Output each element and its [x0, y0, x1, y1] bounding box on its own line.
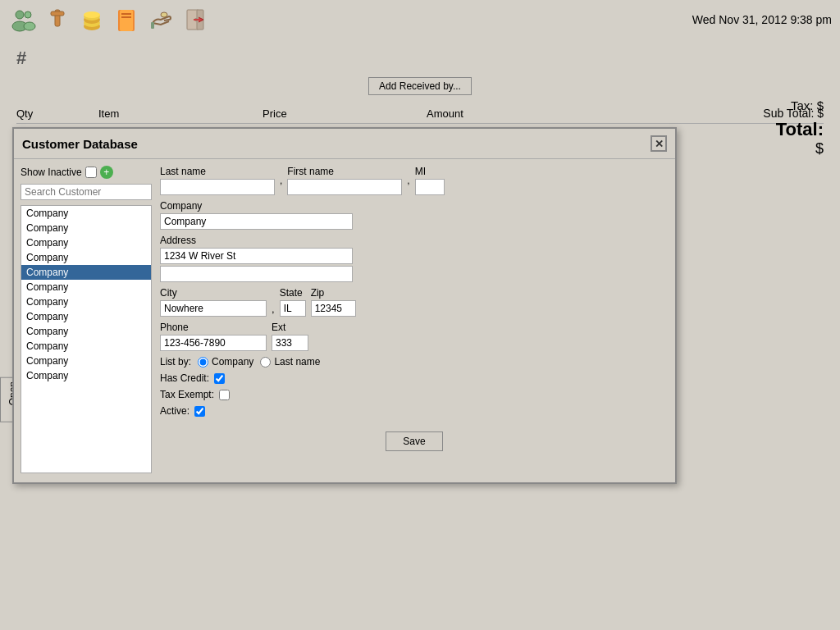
customer-list-item[interactable]: Company	[21, 265, 151, 280]
zip-label: Zip	[311, 287, 356, 299]
modal-title-bar: Customer Database ✕	[14, 129, 675, 159]
active-row: Active:	[160, 405, 669, 417]
svg-rect-13	[121, 13, 131, 15]
mi-input[interactable]	[415, 179, 445, 195]
first-name-input[interactable]	[287, 179, 402, 195]
modal-close-button[interactable]: ✕	[651, 135, 667, 152]
comma-2: ,	[407, 175, 409, 186]
state-input[interactable]	[280, 300, 306, 317]
column-headers: Qty Item Price Amount Sub Total: $	[16, 103, 824, 124]
svg-point-2	[25, 11, 31, 18]
svg-point-3	[24, 22, 35, 30]
last-name-label: Last name	[160, 166, 275, 177]
tax-line: Tax: $	[776, 98, 824, 112]
first-name-label: First name	[287, 166, 402, 177]
customer-form: Last name , First name , MI Company	[160, 166, 669, 473]
modal-body: Show Inactive + CompanyCompanyCompanyCom…	[14, 159, 675, 480]
customer-list: CompanyCompanyCompanyCompanyCompanyCompa…	[21, 205, 152, 473]
mi-label: MI	[415, 166, 445, 177]
datetime-display: Wed Nov 31, 2012 9:38 pm	[692, 13, 832, 26]
listby-company-radio[interactable]	[198, 357, 208, 368]
tax-exempt-checkbox[interactable]	[219, 390, 230, 400]
address-row: Address	[160, 235, 669, 282]
listby-lastname-group: Last name	[260, 356, 320, 368]
page-title: #	[16, 48, 824, 69]
add-received-button[interactable]: Add Received by...	[368, 77, 472, 95]
svg-rect-5	[51, 11, 64, 16]
customer-list-item[interactable]: Company	[21, 354, 151, 368]
address1-input[interactable]	[160, 248, 353, 264]
listby-row: List by: Company Last name	[160, 356, 669, 368]
phone-input[interactable]	[160, 335, 267, 351]
svg-point-0	[16, 11, 24, 19]
book-icon[interactable]	[112, 5, 141, 34]
customer-list-item[interactable]: Company	[21, 250, 151, 265]
modal-title: Customer Database	[22, 137, 138, 151]
exit-icon[interactable]	[180, 5, 210, 34]
tax-exempt-label: Tax Exempt:	[160, 389, 214, 400]
city-state-zip-row: City , State Zip	[160, 287, 669, 317]
listby-label: List by:	[160, 356, 191, 368]
address-label: Address	[160, 235, 353, 246]
customer-list-item[interactable]: Company	[21, 206, 151, 221]
customer-list-item[interactable]: Company	[21, 294, 151, 309]
city-input[interactable]	[160, 300, 267, 317]
customer-list-panel: Show Inactive + CompanyCompanyCompanyCom…	[21, 166, 152, 473]
listby-lastname-radio[interactable]	[260, 357, 271, 368]
phone-row: Phone Ext	[160, 322, 669, 351]
has-credit-label: Has Credit:	[160, 372, 209, 384]
address2-input[interactable]	[160, 266, 353, 282]
toolbar-icons	[8, 5, 210, 34]
zip-input[interactable]	[311, 300, 356, 317]
svg-point-15	[161, 12, 167, 17]
customer-list-item[interactable]: Company	[21, 368, 151, 383]
customer-list-item[interactable]: Company	[21, 324, 151, 339]
customer-list-item[interactable]: Company	[21, 280, 151, 294]
comma-1: ,	[280, 175, 282, 186]
users-icon[interactable]	[8, 5, 38, 34]
customer-list-item[interactable]: Company	[21, 221, 151, 235]
ext-input[interactable]	[272, 335, 308, 351]
listby-lastname-label: Last name	[274, 356, 320, 368]
main-area: # Add Received by... Qty Item Price Amou…	[0, 39, 840, 135]
svg-rect-14	[121, 16, 131, 18]
tools-icon[interactable]	[43, 5, 72, 34]
svg-point-10	[84, 11, 100, 18]
amount-header: Amount	[427, 107, 550, 120]
company-row: Company	[160, 200, 669, 230]
active-label: Active:	[160, 405, 189, 417]
active-checkbox[interactable]	[194, 406, 205, 417]
coins-icon[interactable]	[77, 5, 107, 34]
company-input[interactable]	[160, 213, 353, 230]
state-label: State	[280, 287, 306, 299]
svg-rect-12	[120, 10, 133, 31]
company-label: Company	[160, 200, 353, 212]
has-credit-row: Has Credit:	[160, 372, 669, 384]
customer-list-item[interactable]: Company	[21, 309, 151, 324]
total-label: Total:	[776, 119, 824, 140]
ext-label: Ext	[272, 322, 308, 333]
listby-company-group: Company	[198, 356, 253, 368]
qty-header: Qty	[16, 107, 98, 120]
add-customer-button[interactable]: +	[100, 166, 113, 179]
total-dollar: $	[776, 140, 824, 158]
totals-area: Tax: $ Total: $	[776, 98, 824, 158]
price-header: Price	[262, 107, 427, 120]
show-inactive-label: Show Inactive	[21, 167, 82, 178]
add-received-row: Add Received by...	[16, 77, 824, 95]
customer-list-item[interactable]: Company	[21, 235, 151, 250]
phone-label: Phone	[160, 322, 267, 333]
top-bar: Wed Nov 31, 2012 9:38 pm	[0, 0, 840, 39]
city-label: City	[160, 287, 267, 299]
show-inactive-checkbox[interactable]	[85, 167, 97, 178]
pay-icon[interactable]	[146, 5, 176, 34]
save-button[interactable]: Save	[386, 431, 442, 451]
svg-rect-16	[151, 22, 154, 29]
show-inactive-row: Show Inactive +	[21, 166, 152, 179]
listby-company-label: Company	[212, 356, 253, 368]
customer-list-item[interactable]: Company	[21, 339, 151, 354]
customer-database-modal: Customer Database ✕ Show Inactive + Comp…	[12, 127, 677, 484]
search-customer-input[interactable]	[21, 184, 152, 200]
has-credit-checkbox[interactable]	[214, 373, 225, 384]
last-name-input[interactable]	[160, 179, 275, 195]
